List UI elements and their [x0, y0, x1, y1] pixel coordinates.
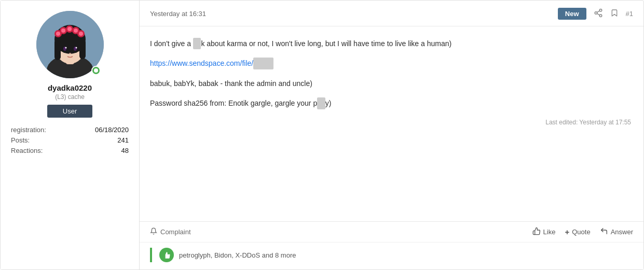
post-footer: Complaint Like + Quote	[140, 221, 643, 242]
username: dyadka0220	[48, 83, 92, 92]
quote-button[interactable]: + Quote	[565, 228, 590, 236]
user-role-badge: User	[47, 105, 92, 118]
body-redact-3	[317, 97, 325, 109]
bell-icon	[150, 228, 157, 236]
new-badge: New	[558, 8, 586, 20]
svg-point-21	[65, 47, 66, 49]
like-button[interactable]: Like	[532, 227, 556, 237]
post-body: I don't give a k about karma or not, I w…	[140, 26, 643, 221]
answer-button[interactable]: Answer	[600, 227, 633, 237]
complaint-label: Complaint	[160, 228, 191, 236]
svg-point-16	[79, 32, 83, 36]
answer-icon	[600, 227, 608, 237]
post-text-3: Password sha256 from: Enotik gargle, gar…	[150, 99, 331, 107]
post-main: Yesterday at 16:31 New #1	[140, 1, 643, 269]
posts-value: 241	[117, 136, 129, 144]
svg-point-23	[69, 53, 71, 54]
post-timestamp: Yesterday at 16:31	[150, 10, 206, 18]
like-label: Like	[543, 228, 556, 236]
svg-line-27	[597, 13, 599, 15]
user-level: (L3) cache	[55, 93, 85, 101]
share-icon[interactable]	[594, 8, 603, 20]
post-link[interactable]: https://www.sendspace.com/file/	[150, 58, 633, 69]
body-redact-1	[193, 38, 201, 49]
reactions-value: 48	[121, 147, 129, 154]
post-number: #1	[626, 10, 633, 18]
svg-point-14	[74, 29, 78, 33]
stat-registration: registration: 06/18/2020	[11, 126, 129, 134]
post-actions-right: Like + Quote Answer	[532, 227, 633, 237]
quote-icon: +	[565, 228, 569, 236]
svg-point-8	[56, 32, 60, 36]
posts-label: Posts:	[11, 136, 30, 144]
svg-line-28	[597, 10, 599, 12]
user-sidebar: dyadka0220 (L3) cache User registration:…	[1, 1, 140, 269]
link-redact	[253, 58, 273, 69]
stat-posts: Posts: 241	[11, 136, 129, 144]
reaction-users: petroglyph, Bidon, X-DDoS and 8 more	[179, 251, 296, 259]
svg-point-22	[75, 47, 77, 49]
stat-reactions: Reactions: 48	[11, 147, 129, 154]
body-line3-post: y)	[325, 99, 332, 107]
answer-label: Answer	[611, 228, 633, 236]
registration-value: 06/18/2020	[95, 126, 129, 134]
post-text-block-2: babuk, babYk, babak - thank the admin an…	[150, 78, 633, 89]
post-text-2: babuk, babYk, babak - thank the admin an…	[150, 79, 312, 88]
post-text-1: I don't give a k about karma or not, I w…	[150, 39, 451, 48]
body-line3-pre: Password sha256 from: Enotik gargle, gar…	[150, 99, 317, 107]
body-text-pre: I don't give a	[150, 39, 193, 48]
svg-point-10	[61, 29, 65, 33]
avatar-wrap	[36, 11, 104, 78]
svg-rect-6	[79, 39, 86, 59]
reaction-thumb-icon	[159, 248, 174, 262]
quote-label: Quote	[572, 228, 590, 236]
registration-label: registration:	[11, 126, 46, 134]
reactions-label: Reactions:	[11, 147, 43, 154]
reaction-bar: petroglyph, Bidon, X-DDoS and 8 more	[140, 242, 643, 269]
svg-point-12	[67, 27, 72, 31]
online-indicator	[91, 66, 101, 75]
post-edited: Last edited: Yesterday at 17:55	[150, 118, 633, 127]
post-text-block-1: I don't give a k about karma or not, I w…	[150, 38, 633, 49]
complaint-button[interactable]: Complaint	[150, 228, 191, 236]
post-text-block-3: Password sha256 from: Enotik gargle, gar…	[150, 97, 633, 109]
user-stats: registration: 06/18/2020 Posts: 241 Reac…	[6, 126, 134, 157]
post-header-actions: New #1	[558, 8, 633, 20]
svg-rect-5	[54, 39, 61, 60]
link-text: https://www.sendspace.com/file/	[150, 59, 253, 67]
thumbup-icon	[532, 227, 541, 237]
post-header: Yesterday at 16:31 New #1	[140, 1, 643, 26]
bookmark-icon[interactable]	[610, 8, 619, 20]
body-text-post: k about karma or not, I won't live long,…	[201, 39, 451, 48]
